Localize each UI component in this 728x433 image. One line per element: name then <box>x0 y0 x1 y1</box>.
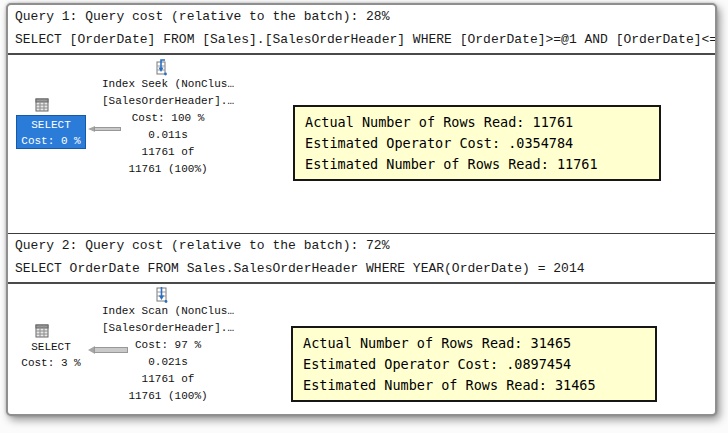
operator-rows: 11761 of <box>142 373 195 385</box>
select-node[interactable]: SELECT Cost: 3 % <box>16 338 86 372</box>
index-scan-icon <box>154 286 169 303</box>
select-label: SELECT <box>31 119 71 131</box>
result-grid-icon <box>35 324 49 338</box>
operator-rows-total: 11761 (100%) <box>128 163 207 175</box>
plan-edge[interactable] <box>88 346 128 356</box>
plan-edge[interactable] <box>88 126 121 134</box>
select-label: SELECT <box>31 341 71 353</box>
edge-bar <box>94 127 121 131</box>
operator-rows: 11761 of <box>142 146 195 158</box>
operator-name: Index Seek (NonClus… <box>102 78 234 90</box>
tooltip-actual-rows: Actual Number of Rows Read: 11761 <box>305 114 573 130</box>
index-seek-icon <box>154 59 169 76</box>
select-node[interactable]: SELECT Cost: 0 % <box>16 115 86 149</box>
tooltip-estimated-cost: Estimated Operator Cost: .0354784 <box>305 135 573 151</box>
query1-separator <box>8 53 715 55</box>
operator-name: Index Scan (NonClus… <box>102 305 234 317</box>
query1-sql: SELECT [OrderDate] FROM [Sales].[SalesOr… <box>15 32 717 47</box>
operator-tooltip: Actual Number of Rows Read: 31465 Estima… <box>291 326 657 402</box>
result-grid-icon <box>35 98 49 112</box>
operator-rows-total: 11761 (100%) <box>128 390 207 402</box>
query2-header: Query 2: Query cost (relative to the bat… <box>15 238 389 253</box>
tooltip-estimated-rows: Estimated Number of Rows Read: 31465 <box>303 377 596 393</box>
operator-cost: Cost: 97 % <box>135 339 201 351</box>
edge-bar <box>94 347 128 353</box>
query2-sql: SELECT OrderDate FROM Sales.SalesOrderHe… <box>15 261 585 276</box>
execution-plan-window: Query 1: Query cost (relative to the bat… <box>6 3 717 416</box>
operator-cost: Cost: 100 % <box>132 112 205 124</box>
operator-object: [SalesOrderHeader].… <box>102 95 234 107</box>
query1-header: Query 1: Query cost (relative to the bat… <box>15 9 389 24</box>
tooltip-estimated-rows: Estimated Number of Rows Read: 11761 <box>305 156 598 172</box>
select-cost: Cost: 3 % <box>21 357 80 369</box>
operator-time: 0.021s <box>148 356 188 368</box>
operator-tooltip: Actual Number of Rows Read: 11761 Estima… <box>293 105 661 181</box>
query2-separator <box>8 282 715 284</box>
query-divider <box>8 233 715 234</box>
tooltip-actual-rows: Actual Number of Rows Read: 31465 <box>303 335 571 351</box>
operator-time: 0.011s <box>148 129 188 141</box>
operator-object: [SalesOrderHeader].… <box>102 322 234 334</box>
select-cost: Cost: 0 % <box>21 135 80 147</box>
tooltip-estimated-cost: Estimated Operator Cost: .0897454 <box>303 356 571 372</box>
